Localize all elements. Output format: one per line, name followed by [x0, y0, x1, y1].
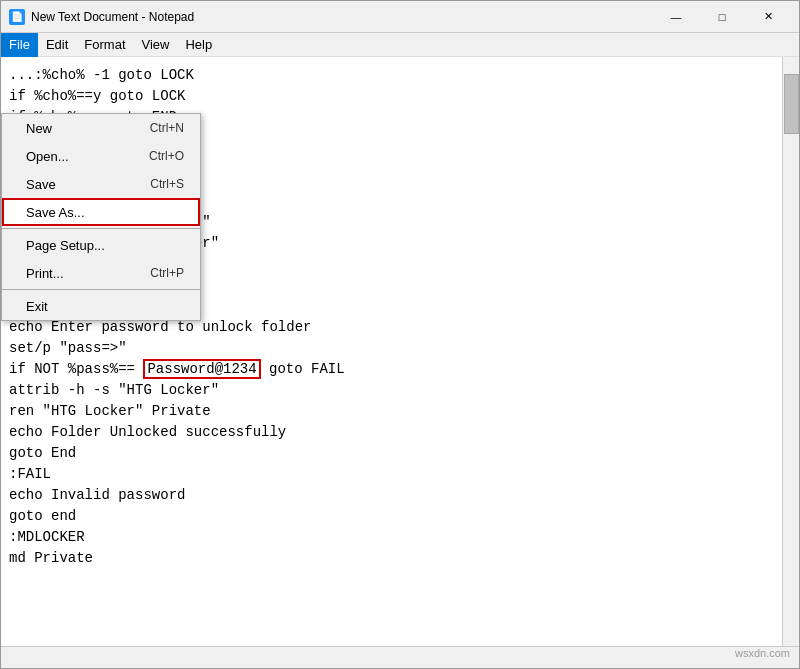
title-bar: 📄 New Text Document - Notepad — □ ✕: [1, 1, 799, 33]
menu-view[interactable]: View: [134, 33, 178, 57]
password-highlight: Password@1234: [143, 359, 260, 379]
status-bar: [1, 646, 799, 668]
menu-item-save[interactable]: Save Ctrl+S: [2, 170, 200, 198]
new-shortcut: Ctrl+N: [150, 121, 184, 135]
editor-area: ...:%cho% -1 goto LOCK if %cho%==y goto …: [1, 57, 799, 646]
menu-edit[interactable]: Edit: [38, 33, 76, 57]
separator-1: [2, 228, 200, 229]
menu-format[interactable]: Format: [76, 33, 133, 57]
separator-2: [2, 289, 200, 290]
menu-item-print[interactable]: Print... Ctrl+P: [2, 259, 200, 287]
page-setup-label: Page Setup...: [26, 238, 105, 253]
maximize-button[interactable]: □: [699, 1, 745, 33]
menu-item-exit[interactable]: Exit: [2, 292, 200, 320]
watermark: wsxdn.com: [735, 647, 790, 659]
menu-item-new[interactable]: New Ctrl+N: [2, 114, 200, 142]
exit-label: Exit: [26, 299, 48, 314]
notepad-window: 📄 New Text Document - Notepad — □ ✕ File…: [0, 0, 800, 669]
open-shortcut: Ctrl+O: [149, 149, 184, 163]
menu-file[interactable]: File: [1, 33, 38, 57]
menu-help[interactable]: Help: [177, 33, 220, 57]
print-shortcut: Ctrl+P: [150, 266, 184, 280]
window-title: New Text Document - Notepad: [31, 10, 653, 24]
save-label: Save: [26, 177, 56, 192]
file-dropdown-menu: New Ctrl+N Open... Ctrl+O Save Ctrl+S Sa…: [1, 113, 201, 321]
close-button[interactable]: ✕: [745, 1, 791, 33]
save-shortcut: Ctrl+S: [150, 177, 184, 191]
save-as-label: Save As...: [26, 205, 85, 220]
menu-item-save-as[interactable]: Save As...: [2, 198, 200, 226]
menu-item-page-setup[interactable]: Page Setup...: [2, 231, 200, 259]
vertical-scrollbar[interactable]: [782, 57, 799, 646]
open-label: Open...: [26, 149, 69, 164]
app-icon: 📄: [9, 9, 25, 25]
scrollbar-thumb[interactable]: [784, 74, 799, 134]
menu-bar: File Edit Format View Help: [1, 33, 799, 57]
new-label: New: [26, 121, 52, 136]
menu-item-open[interactable]: Open... Ctrl+O: [2, 142, 200, 170]
print-label: Print...: [26, 266, 64, 281]
minimize-button[interactable]: —: [653, 1, 699, 33]
window-controls: — □ ✕: [653, 1, 791, 33]
